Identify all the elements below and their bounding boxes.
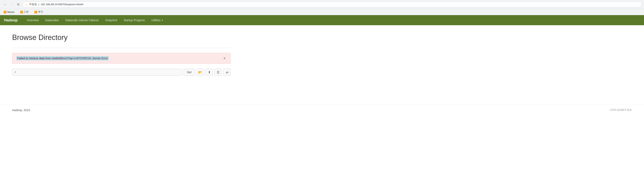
bookmark-work-label: 工作 [24,10,29,14]
alert-close-button[interactable]: × [222,57,226,60]
nav-item-datanode-volume-failures-label: Datanode Volume Failures [65,18,99,22]
nav-buttons: ← → ↻ [2,1,21,7]
open-folder-icon: 📂 [198,70,202,74]
list-icon-button[interactable]: ☰ [214,69,222,76]
error-message: Failed to retrieve data from /webhdfs/v1… [16,56,109,60]
utilities-dropdown-arrow: ▼ [161,19,163,21]
nav-item-datanodes[interactable]: Datanodes [42,16,62,25]
nav-item-overview[interactable]: Overview [24,16,42,25]
bookmark-study-label: 学习 [38,10,43,14]
nav-item-snapshot[interactable]: Snapshot [102,16,120,25]
navbar-brand[interactable]: Hadoop [4,18,18,22]
error-alert: Failed to retrieve data from /webhdfs/v1… [12,53,231,64]
navbar-nav: Overview Datanodes Datanode Volume Failu… [24,16,166,25]
footer-left: Hadoop, 2023. [12,108,31,112]
forward-button[interactable]: → [9,1,14,7]
warning-icon: △ [25,3,28,6]
footer-right: CSDN @虎鲸不是鱼 [610,108,632,112]
reload-button[interactable]: ↻ [16,1,21,7]
divider [12,48,231,48]
bookmarks-bar: Maven 工作 学习 [0,9,644,15]
bookmark-work[interactable]: 工作 [19,10,30,14]
browser-toolbar: ← → ↻ △ 不安全 | 192.168.88.24:50070/explor… [0,0,644,9]
bookmark-maven[interactable]: Maven [2,10,16,14]
browser-chrome: ← → ↻ △ 不安全 | 192.168.88.24:50070/explor… [0,0,644,15]
settings-icon: ⇄ [226,70,228,74]
url-text: 不安全 | 192.168.88.24:50070/explorer.html#… [29,3,639,6]
nav-item-utilities-label: Utilities [151,18,160,22]
back-button[interactable]: ← [2,1,8,7]
page-title: Browse Directory [12,33,231,42]
directory-input-row: Go! 📂 ⬆ ☰ ⇄ [12,69,231,76]
settings-icon-button[interactable]: ⇄ [223,69,231,76]
nav-item-datanode-volume-failures[interactable]: Datanode Volume Failures [62,16,102,25]
nav-item-utilities[interactable]: Utilities ▼ [148,16,166,25]
upload-icon-button[interactable]: ⬆ [206,69,213,76]
maven-folder-icon [4,11,6,13]
directory-input[interactable] [12,69,182,76]
bookmark-study[interactable]: 学习 [33,10,44,14]
footer: Hadoop, 2023. CSDN @虎鲸不是鱼 [0,104,644,116]
go-button[interactable]: Go! [184,69,195,76]
work-folder-icon [20,11,23,13]
list-icon: ☰ [217,70,220,74]
url-value: 192.168.88.24:50070/explorer.html#/ [41,3,84,6]
bookmark-maven-label: Maven [7,11,14,13]
nav-item-overview-label: Overview [27,18,39,22]
folder-icon-button[interactable]: 📂 [197,69,204,76]
upload-icon: ⬆ [208,70,210,74]
nav-item-startup-progress-label: Startup Progress [124,18,145,22]
nav-item-datanodes-label: Datanodes [45,18,59,22]
main-content: Browse Directory Failed to retrieve data… [0,25,243,92]
study-folder-icon [34,11,37,13]
navbar: Hadoop Overview Datanodes Datanode Volum… [0,15,644,25]
nav-item-startup-progress[interactable]: Startup Progress [120,16,148,25]
address-bar[interactable]: △ 不安全 | 192.168.88.24:50070/explorer.htm… [23,1,642,7]
warning-label: 不安全 [29,3,37,6]
nav-item-snapshot-label: Snapshot [105,18,117,22]
